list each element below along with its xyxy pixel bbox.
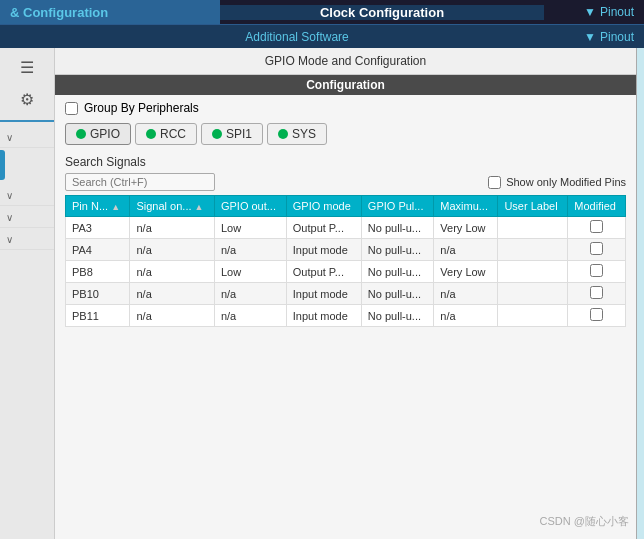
sidebar-gear-icon[interactable]: ⚙	[9, 84, 45, 114]
table-row: PA3n/aLowOutput P...No pull-u...Very Low	[66, 217, 626, 239]
sidebar-nav-item-2[interactable]: ∨	[0, 186, 54, 206]
search-input[interactable]	[65, 173, 215, 191]
cell-user-label	[498, 261, 568, 283]
group-by-row: Group By Peripherals	[55, 95, 636, 121]
cell-pin: PA3	[66, 217, 130, 239]
cell-gpio-out: n/a	[214, 305, 286, 327]
show-modified-checkbox[interactable]	[488, 176, 501, 189]
cell-gpio-mode: Output P...	[286, 217, 361, 239]
tab-gpio[interactable]: GPIO	[65, 123, 131, 145]
col-gpio-mode[interactable]: GPIO mode	[286, 196, 361, 217]
tab-sys-label: SYS	[292, 127, 316, 141]
group-by-checkbox[interactable]	[65, 102, 78, 115]
content-area: GPIO Mode and Configuration Configuratio…	[55, 48, 636, 539]
cell-gpio-mode: Input mode	[286, 305, 361, 327]
cell-gpio-pull: No pull-u...	[361, 217, 433, 239]
cell-maximum: Very Low	[434, 217, 498, 239]
cell-modified[interactable]	[568, 261, 626, 283]
cell-gpio-pull: No pull-u...	[361, 261, 433, 283]
search-row: Show only Modified Pins	[65, 173, 626, 191]
sidebar-nav-item-4[interactable]: ∨	[0, 230, 54, 250]
tab-rcc-dot	[146, 129, 156, 139]
modified-checkbox[interactable]	[590, 286, 603, 299]
second-nav-chevron: ▼	[584, 30, 596, 44]
table-body: PA3n/aLowOutput P...No pull-u...Very Low…	[66, 217, 626, 327]
left-sidebar: ☰ ⚙ ∨ ∨ ∨ ∨	[0, 48, 55, 539]
tab-gpio-dot	[76, 129, 86, 139]
second-nav-bar: Additional Software ▼ Pinout	[0, 24, 644, 48]
cell-maximum: n/a	[434, 239, 498, 261]
col-gpio-pull[interactable]: GPIO Pul...	[361, 196, 433, 217]
second-nav-right-label: Pinout	[600, 30, 634, 44]
modified-checkbox[interactable]	[590, 308, 603, 321]
search-section: Search Signals Show only Modified Pins	[55, 147, 636, 195]
sidebar-menu-icon[interactable]: ☰	[9, 52, 45, 82]
table-row: PB8n/aLowOutput P...No pull-u...Very Low	[66, 261, 626, 283]
cell-signal: n/a	[130, 261, 214, 283]
cell-pin: PB11	[66, 305, 130, 327]
show-modified-label: Show only Modified Pins	[506, 176, 626, 188]
sidebar-chevron-2: ∨	[6, 190, 13, 201]
top-nav-left[interactable]: & Configuration	[0, 0, 220, 24]
config-label: Configuration	[306, 78, 385, 92]
col-modified[interactable]: Modified	[568, 196, 626, 217]
tab-spi1-label: SPI1	[226, 127, 252, 141]
tab-rcc-label: RCC	[160, 127, 186, 141]
cell-pin: PB8	[66, 261, 130, 283]
tabs-row: GPIO RCC SPI1 SYS	[55, 121, 636, 147]
cell-gpio-pull: No pull-u...	[361, 283, 433, 305]
col-maximum[interactable]: Maximu...	[434, 196, 498, 217]
cell-signal: n/a	[130, 239, 214, 261]
cell-gpio-pull: No pull-u...	[361, 305, 433, 327]
cell-modified[interactable]	[568, 283, 626, 305]
table-header: Pin N... ▲ Signal on... ▲ GPIO out... GP…	[66, 196, 626, 217]
sidebar-nav-item-1[interactable]: ∨	[0, 128, 54, 148]
top-nav-center: Clock Configuration	[220, 5, 544, 20]
table-container: Pin N... ▲ Signal on... ▲ GPIO out... GP…	[55, 195, 636, 539]
second-nav-right[interactable]: ▼ Pinout	[584, 30, 634, 44]
cell-signal: n/a	[130, 217, 214, 239]
cell-user-label	[498, 239, 568, 261]
sidebar-chevron-3: ∨	[6, 212, 13, 223]
table-row: PA4n/an/aInput modeNo pull-u...n/a	[66, 239, 626, 261]
cell-gpio-mode: Input mode	[286, 283, 361, 305]
modified-checkbox[interactable]	[590, 242, 603, 255]
second-nav-center-label: Additional Software	[245, 30, 348, 44]
col-gpio-out[interactable]: GPIO out...	[214, 196, 286, 217]
cell-modified[interactable]	[568, 239, 626, 261]
top-nav-center-label: Clock Configuration	[320, 5, 444, 20]
top-nav-right[interactable]: ▼ Pinout	[544, 5, 644, 19]
top-nav-right-label: Pinout	[600, 5, 634, 19]
col-pin[interactable]: Pin N... ▲	[66, 196, 130, 217]
cell-maximum: Very Low	[434, 261, 498, 283]
tab-sys-dot	[278, 129, 288, 139]
tab-spi1-dot	[212, 129, 222, 139]
cell-maximum: n/a	[434, 305, 498, 327]
sidebar-nav-item-3[interactable]: ∨	[0, 208, 54, 228]
cell-user-label	[498, 305, 568, 327]
cell-modified[interactable]	[568, 217, 626, 239]
modified-checkbox[interactable]	[590, 264, 603, 277]
col-signal[interactable]: Signal on... ▲	[130, 196, 214, 217]
top-nav-bar: & Configuration Clock Configuration ▼ Pi…	[0, 0, 644, 24]
cell-gpio-out: n/a	[214, 283, 286, 305]
cell-signal: n/a	[130, 283, 214, 305]
cell-pin: PB10	[66, 283, 130, 305]
tab-gpio-label: GPIO	[90, 127, 120, 141]
main-layout: ☰ ⚙ ∨ ∨ ∨ ∨ GPIO Mode and Configuration …	[0, 48, 644, 539]
cell-modified[interactable]	[568, 305, 626, 327]
cell-gpio-out: Low	[214, 261, 286, 283]
modified-checkbox[interactable]	[590, 220, 603, 233]
gpio-mode-label: GPIO Mode and Configuration	[265, 54, 426, 68]
top-nav-right-chevron: ▼	[584, 5, 596, 19]
tab-rcc[interactable]: RCC	[135, 123, 197, 145]
tab-spi1[interactable]: SPI1	[201, 123, 263, 145]
cell-signal: n/a	[130, 305, 214, 327]
gpio-table: Pin N... ▲ Signal on... ▲ GPIO out... GP…	[65, 195, 626, 327]
col-user-label[interactable]: User Label	[498, 196, 568, 217]
top-nav-left-label: & Configuration	[10, 5, 108, 20]
config-section: Configuration	[55, 75, 636, 95]
cell-user-label	[498, 217, 568, 239]
sidebar-chevron-4: ∨	[6, 234, 13, 245]
tab-sys[interactable]: SYS	[267, 123, 327, 145]
